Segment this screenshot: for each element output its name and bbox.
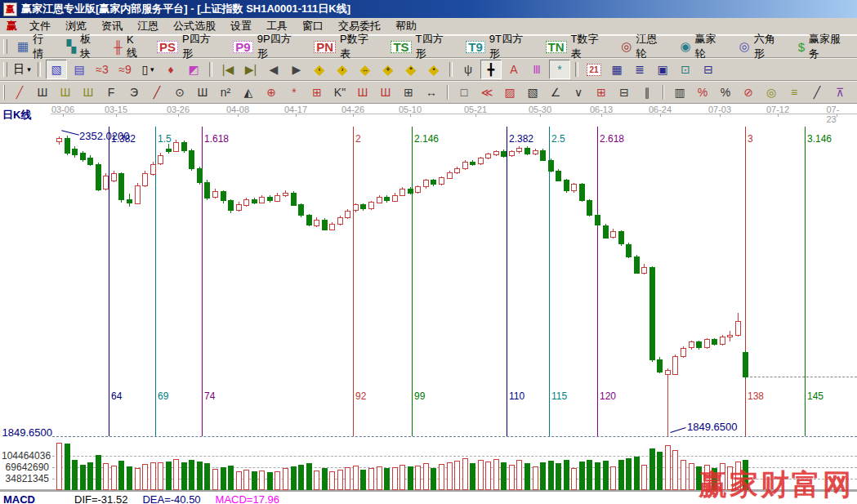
- purple-band-tool[interactable]: ⊼: [829, 83, 850, 102]
- diamond-dot-button[interactable]: ◆•: [423, 60, 444, 79]
- n2-grid-tool[interactable]: n²: [215, 83, 236, 102]
- chart-plot-area[interactable]: 日K线 03-0603-1503-2604-0804-1704-2605-100…: [0, 104, 857, 504]
- flag-chart-button[interactable]: ◩: [183, 60, 204, 79]
- trend-angle-tool[interactable]: ∠: [545, 83, 566, 102]
- menu-item-trade-entrust[interactable]: 交易委托: [331, 20, 388, 32]
- wave-9-button[interactable]: ≈9: [114, 60, 136, 79]
- analysis-figure-button[interactable]: ♦: [160, 60, 181, 79]
- web-square-tool[interactable]: ⊞: [306, 83, 328, 102]
- diamond-right-button[interactable]: ◆›: [332, 60, 353, 79]
- wave-3-button[interactable]: ≈3: [92, 60, 113, 79]
- f-square-tool[interactable]: F: [100, 83, 122, 102]
- toolbar-grip[interactable]: [3, 85, 5, 100]
- span-arrow-tool[interactable]: ↔: [421, 83, 442, 102]
- winner-service-button[interactable]: $赢家服务: [792, 37, 856, 56]
- period-daily-selector-dropdown-arrow[interactable]: ▾: [27, 65, 31, 74]
- red-grid-tool[interactable]: ⊞: [591, 83, 612, 102]
- gold-levels-tool[interactable]: ≋: [852, 83, 857, 102]
- chart-grid-tool[interactable]: ⊟: [614, 83, 635, 102]
- last-page-button[interactable]: ▶|: [240, 60, 261, 79]
- gold-circle-tool[interactable]: ◎: [761, 83, 782, 102]
- win-grid-tool-glyph: Ш: [381, 86, 391, 99]
- percent-red-tool[interactable]: %: [692, 83, 713, 102]
- comb-tool[interactable]: Ш: [192, 83, 213, 102]
- shen-grid-tool[interactable]: Ш: [352, 83, 373, 102]
- menu-item-browse[interactable]: 浏览: [58, 20, 94, 32]
- percent-tool[interactable]: %: [715, 83, 736, 102]
- star-web-tool[interactable]: *: [283, 83, 305, 102]
- menu-item-help[interactable]: 帮助: [388, 20, 424, 32]
- pattern-box-tool[interactable]: ▨: [499, 83, 520, 102]
- period-daily-selector[interactable]: 日▾: [11, 60, 33, 79]
- 9p-square-button[interactable]: P99P四方形: [227, 37, 306, 56]
- calendar-button[interactable]: 21: [583, 60, 605, 79]
- menu-item-window[interactable]: 窗口: [295, 20, 331, 32]
- pointer-a-button[interactable]: A: [503, 60, 524, 79]
- spiral-tool[interactable]: Э: [123, 83, 145, 102]
- v-lines-tool[interactable]: ∨: [568, 83, 589, 102]
- angle-mirror-tool[interactable]: ◭: [238, 83, 259, 102]
- diamond-plus-button[interactable]: ◆+: [377, 60, 399, 79]
- candle: [485, 154, 491, 158]
- parallel-lines-tool[interactable]: ∥: [636, 83, 658, 102]
- t-square-button[interactable]: TST四方形: [385, 37, 458, 56]
- circled-percent-tool[interactable]: ⊘: [738, 83, 759, 102]
- hexagon-button[interactable]: ◎六角形: [734, 37, 791, 56]
- circled-cross-tool[interactable]: ⊕: [261, 83, 282, 102]
- gann-wheel-button[interactable]: ◎江恩轮: [615, 37, 672, 56]
- toolbar-grip[interactable]: [3, 62, 7, 77]
- menu-item-news[interactable]: 资讯: [94, 20, 130, 32]
- gold-lines-tool[interactable]: ≡: [783, 83, 805, 102]
- time-pencil-tool[interactable]: ╱: [806, 83, 828, 102]
- bars-tool[interactable]: ▥: [669, 83, 690, 102]
- calculator-button[interactable]: ▦: [606, 60, 627, 79]
- next-bar-button[interactable]: ▶: [286, 60, 307, 79]
- quotes-button[interactable]: ▦行情: [11, 37, 59, 56]
- diamond-left-button[interactable]: ◆‹: [309, 60, 330, 79]
- toolbar-grip[interactable]: [3, 39, 7, 54]
- box-select-tool[interactable]: □: [453, 83, 475, 102]
- circle-3-tool[interactable]: ⊙: [169, 83, 190, 102]
- pencil-tool[interactable]: ╱: [9, 83, 30, 102]
- red-pencil-tool[interactable]: ╱: [146, 83, 167, 102]
- hand-tool-button[interactable]: ψ: [458, 60, 479, 79]
- first-page-button[interactable]: |◀: [217, 60, 239, 79]
- candle: [243, 199, 249, 206]
- ticket-grid-tool[interactable]: ⊞: [398, 83, 419, 102]
- chart-mode-button[interactable]: ▧: [46, 60, 67, 79]
- diamond-span-button[interactable]: ◆↔: [355, 60, 376, 79]
- info-list-button[interactable]: ▤: [69, 60, 90, 79]
- p-table-button[interactable]: PNP数字表: [308, 37, 383, 56]
- volume-bar: [392, 467, 398, 490]
- diamond-star-button[interactable]: ◆*: [400, 60, 422, 79]
- t-table-button[interactable]: TNT数字表: [540, 37, 614, 56]
- win-grid-tool[interactable]: Ш: [375, 83, 396, 102]
- stats-ticket-button[interactable]: Ⅲ: [526, 60, 547, 79]
- p-square-button[interactable]: PSP四方形: [151, 37, 225, 56]
- gold-grid-tool[interactable]: Ш: [55, 83, 76, 102]
- menu-item-gann[interactable]: 江恩: [130, 20, 166, 32]
- winner-wheel-button[interactable]: ◉赢家轮: [674, 37, 731, 56]
- menu-item-tools[interactable]: 工具: [259, 20, 295, 32]
- crosshair-tool-button[interactable]: ╋: [480, 60, 502, 79]
- gold-grid-2-tool[interactable]: Ш: [78, 83, 99, 102]
- prev-bar-button[interactable]: ◀: [263, 60, 284, 79]
- sectors-button[interactable]: ▚板块: [60, 37, 106, 56]
- kline-button[interactable]: ╫K线: [108, 37, 150, 56]
- candle-style-button[interactable]: ▯▾: [137, 60, 158, 79]
- export-button[interactable]: ⊡: [675, 60, 696, 79]
- menu-item-formula-stockpick[interactable]: 公式选股: [166, 20, 223, 32]
- gann-grid-tool[interactable]: Ш: [32, 83, 53, 102]
- fan-lines-tool[interactable]: ≪: [476, 83, 498, 102]
- menu-item-file[interactable]: 文件: [22, 20, 58, 32]
- k-notation-tool[interactable]: K": [329, 83, 350, 102]
- print-button[interactable]: ⊟: [698, 60, 719, 79]
- smart-chart-button[interactable]: *: [549, 60, 570, 79]
- notes-button[interactable]: ≣: [629, 60, 650, 79]
- indicator-name[interactable]: MACD: [3, 493, 35, 504]
- save-button[interactable]: ▣: [652, 60, 673, 79]
- menu-item-settings[interactable]: 设置: [223, 20, 259, 32]
- 9t-square-button[interactable]: T99T四方形: [460, 37, 538, 56]
- candle-style-button-dropdown-arrow[interactable]: ▾: [150, 65, 154, 74]
- pattern-box-2-tool[interactable]: ▧: [522, 83, 543, 102]
